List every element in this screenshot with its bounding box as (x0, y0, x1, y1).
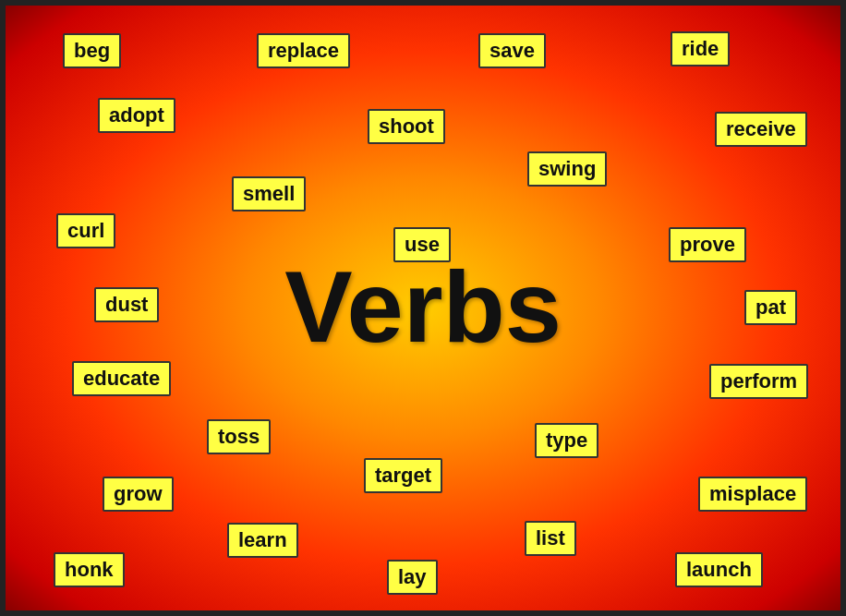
verb-toss: toss (207, 419, 271, 454)
verb-target: target (364, 458, 442, 493)
verb-receive: receive (715, 112, 807, 147)
main-canvas: Verbs begreplacesaverideadoptshootreceiv… (0, 0, 846, 616)
verb-educate: educate (72, 361, 171, 396)
page-title: Verbs (284, 247, 562, 364)
verb-lay: lay (387, 560, 438, 595)
verb-prove: prove (669, 227, 746, 262)
verb-replace: replace (257, 33, 350, 68)
verb-beg: beg (63, 33, 121, 68)
verb-shoot: shoot (368, 109, 445, 144)
verb-launch: launch (675, 552, 763, 587)
verb-adopt: adopt (98, 98, 175, 133)
verb-pat: pat (744, 290, 797, 325)
verb-grow: grow (103, 477, 174, 512)
verb-dust: dust (94, 287, 159, 322)
verb-swing: swing (527, 151, 607, 187)
verb-curl: curl (56, 213, 115, 248)
verb-list: list (525, 521, 576, 556)
verb-ride: ride (671, 31, 730, 66)
verb-honk: honk (54, 552, 125, 587)
verb-smell: smell (232, 176, 306, 211)
verb-learn: learn (227, 523, 298, 558)
verb-use: use (393, 227, 451, 262)
verb-perform: perform (709, 364, 808, 399)
verb-misplace: misplace (698, 477, 807, 512)
verb-save: save (478, 33, 546, 68)
verb-type: type (535, 423, 598, 458)
